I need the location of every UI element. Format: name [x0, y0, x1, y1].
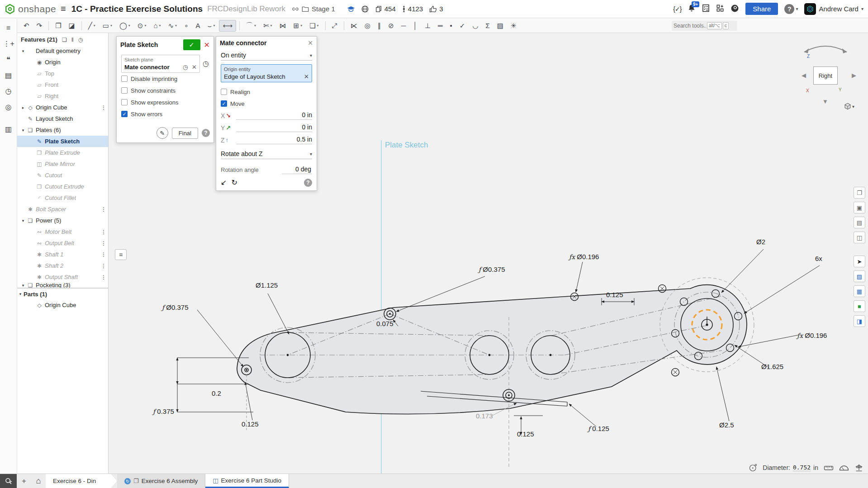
fillet-tool[interactable]: ⌒ ▾ — [243, 20, 259, 31]
sketch-list-button[interactable]: ≡ — [115, 249, 127, 260]
dim-d1125[interactable]: Ø1.125 — [256, 281, 278, 289]
history-clock-icon[interactable]: ◷ — [78, 37, 83, 43]
polygon-tool[interactable]: ⌂ ▾ — [150, 20, 164, 31]
insert-dxf-tool[interactable]: ❏ ▾ — [306, 20, 322, 31]
accept-button[interactable]: ✓ — [183, 39, 200, 50]
tree-item-origin-cube[interactable]: ▸ ◇ Origin Cube ⋮ — [17, 102, 108, 113]
search-tools-box[interactable]: alt/⌥ c — [672, 21, 737, 31]
breadcrumb[interactable]: Stage 1 — [292, 5, 335, 13]
tree-item-shaft-1[interactable]: ✱ Shaft 1 ⋮ — [17, 249, 108, 260]
transform-tool[interactable]: ⤢ — [329, 20, 341, 31]
dim-02[interactable]: 0.2 — [212, 389, 221, 397]
search-tools-input[interactable] — [674, 23, 706, 29]
feature-manager-icon[interactable]: ≡ — [3, 24, 14, 32]
clear-plane-icon[interactable]: ✕ — [192, 63, 197, 71]
show-expressions-checkbox[interactable]: ✓ Show expressions — [121, 96, 209, 108]
panel-select-icon[interactable]: ➤ — [854, 256, 865, 267]
sketch-plane-label[interactable]: Plate Sketch — [385, 141, 428, 150]
tab-exercise-6-assembly[interactable]: ↻ ❐ Exercise 6 Assembly — [117, 474, 205, 488]
panel-views-icon[interactable]: ◫ — [854, 232, 865, 243]
normal-constraint[interactable]: ✓ — [456, 20, 469, 31]
tree-item-plate-extrude[interactable]: ❒ Plate Extrude — [17, 147, 108, 158]
checkbox-box[interactable]: ✓ — [121, 76, 128, 82]
tree-item-layout-sketch[interactable]: ✎ Layout Sketch — [17, 113, 108, 124]
show-errors-checkbox[interactable]: ✓ Show errors — [121, 108, 209, 120]
origin-entity-field[interactable]: Origin entity Edge of Layout Sketch ✕ — [221, 64, 312, 82]
tree-item-plate-mirror[interactable]: ◫ Plate Mirror — [17, 158, 108, 170]
tree-item-default-geometry[interactable]: ▾ Default geometry — [17, 45, 108, 57]
tree-item-motor-belt[interactable]: ∾ Motor Belt ⋮ — [17, 226, 108, 237]
tree-caret-icon[interactable]: ▾ — [20, 283, 26, 288]
dialog-help-icon[interactable]: ? — [202, 129, 210, 137]
line-tool[interactable]: ╱ ▾ — [85, 20, 99, 31]
undo-button[interactable]: ↶ — [20, 20, 33, 31]
panel-mk-icon[interactable]: ▨ — [854, 270, 865, 282]
mate-close-icon[interactable]: ✕ — [308, 39, 313, 47]
redo-button[interactable]: ↷ — [33, 20, 46, 31]
breadcrumb-folder[interactable]: Stage 1 — [312, 5, 335, 13]
tree-item-cutout-extrude[interactable]: ❒ Cutout Extrude — [17, 181, 108, 192]
rotate-left-icon[interactable]: ◀ — [802, 72, 806, 79]
move-checkbox[interactable]: ✓ Move — [216, 98, 317, 109]
panel-isolate-icon[interactable]: ❐ — [854, 187, 865, 199]
dim-0125-bm[interactable]: 0.125 — [517, 430, 534, 438]
dim-6x[interactable]: 6x — [815, 255, 822, 262]
dim-d1625[interactable]: Ø1.625 — [761, 363, 783, 370]
equal-constraint[interactable]: ═ — [435, 20, 446, 31]
panel-appearance-icon[interactable]: ◨ — [854, 315, 865, 327]
sketch-repair-tool[interactable]: ◪ — [66, 20, 78, 31]
tree-item-cutout[interactable]: ✎ Cutout — [17, 170, 108, 181]
offset-value[interactable]: 0 in — [236, 123, 312, 132]
comments-icon[interactable]: ❝ — [3, 55, 14, 64]
tree-item-right[interactable]: ▱ Right — [17, 90, 108, 102]
offset-z-field[interactable]: Z↑ 0.5 in — [216, 134, 317, 146]
show-constraints-checkbox[interactable]: ✓ Show constraints — [121, 85, 209, 96]
feature-menu-icon[interactable]: ⋮ — [101, 251, 106, 258]
tree-item-pocketing-folder[interactable]: ▾ ❏ Pocketing (3) — [17, 283, 108, 289]
home-tab-button[interactable]: ⌂ — [31, 474, 46, 488]
checkbox-box[interactable]: ✓ — [221, 89, 227, 95]
plate-outline[interactable] — [237, 285, 747, 414]
user-menu[interactable]: Andrew Card ▾ — [804, 3, 863, 15]
final-button[interactable]: Final — [172, 128, 198, 139]
dialog-clock-icon[interactable]: ◷ — [203, 59, 209, 68]
tab-exercise-6-dim[interactable]: ↻ Exercise 6 - Din — [46, 474, 117, 488]
dim-d0375-left[interactable]: ƒ Ø0.375 — [162, 303, 189, 311]
offset-y-field[interactable]: Y↗ 0 in — [216, 122, 317, 134]
feature-menu-icon[interactable]: ⋮ — [101, 240, 106, 246]
show-constraints-toggle[interactable]: ✳ — [508, 20, 520, 31]
tree-item-plates-folder[interactable]: ▾ ❏ Plates (6) — [17, 124, 108, 136]
feature-menu-icon[interactable]: ⋮ — [101, 104, 106, 111]
panel-pattern-icon[interactable]: ▦ — [854, 285, 865, 297]
pierce-constraint[interactable]: ◡ — [469, 20, 481, 31]
tree-caret-icon[interactable]: ▸ — [20, 105, 26, 110]
clear-origin-icon[interactable]: ✕ — [304, 73, 309, 80]
mass-scale-icon[interactable] — [854, 464, 863, 472]
public-badge[interactable] — [361, 5, 369, 13]
disable-imprinting-checkbox[interactable]: ✓ Disable imprinting — [121, 73, 209, 85]
tree-caret-icon[interactable]: ▾ — [20, 49, 26, 53]
feature-menu-icon[interactable]: ⋮ — [101, 206, 106, 213]
text-tool[interactable]: A — [193, 20, 204, 31]
circle-tool[interactable]: ◯ ▾ — [116, 20, 133, 31]
sketch-plane-field[interactable]: Sketch plane Mate connector ◷ ✕ — [121, 55, 200, 73]
checkbox-box[interactable]: ✓ — [121, 99, 128, 105]
history-icon[interactable]: ◷ — [3, 87, 14, 95]
dialog-help-icon[interactable]: ? — [304, 179, 312, 187]
copies-stat[interactable]: 454 — [375, 5, 396, 13]
dim-d0375-top[interactable]: ƒ Ø0.375 — [479, 265, 505, 273]
cut-list-icon[interactable]: ▥ — [3, 125, 14, 133]
entity-mode-dropdown[interactable]: On entity ▾ — [221, 50, 312, 61]
offset-x-field[interactable]: X↘ 0 in — [216, 109, 317, 122]
ruler-icon[interactable] — [824, 464, 834, 471]
tangent-constraint[interactable]: ⊘ — [385, 20, 397, 31]
tree-item-origin[interactable]: ◉ Origin — [17, 57, 108, 68]
center-circle-tool[interactable]: ⊙ ▾ — [134, 20, 150, 31]
part-item-origin-cube[interactable]: ◇ Origin Cube — [17, 299, 108, 311]
panel-holes-icon[interactable]: ▤ — [854, 217, 865, 228]
insert-image-tool[interactable]: ❐ — [52, 20, 64, 31]
offset-value[interactable]: 0.5 in — [236, 136, 312, 144]
realign-checkbox[interactable]: ✓ Realign — [216, 86, 317, 98]
flip-axis-icon[interactable]: ↙ — [221, 178, 227, 187]
dim-0173[interactable]: 0.173 — [476, 412, 493, 420]
